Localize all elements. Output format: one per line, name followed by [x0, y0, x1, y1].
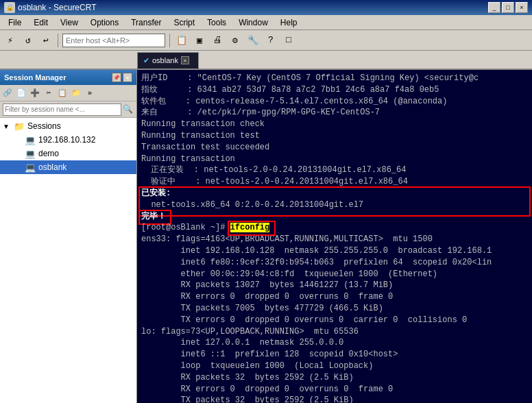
highlight-section-3: [root@osBlank ~]# ifconfig	[141, 222, 528, 234]
tab-close-button[interactable]: ×	[181, 56, 189, 64]
terminal-line-15: [root@osBlank ~]# ifconfig	[141, 222, 528, 234]
tree-label-sessions: Sessions	[27, 121, 61, 131]
expand-icon: ▼	[3, 123, 12, 130]
terminal-line-2: 软件包 : centos-release-7-5.14.el7.centos.x…	[141, 96, 528, 108]
menu-bar: File Edit View Options Transfer Script T…	[0, 15, 532, 30]
menu-window[interactable]: Window	[233, 16, 274, 29]
sm-cut-icon[interactable]: ✂	[43, 87, 55, 99]
filter-search-icon[interactable]: 🔍	[121, 103, 134, 116]
toolbar: ⚡ ↺ ↩ 📋 ▣ 🖨 ⚙ 🔧 ? □	[0, 30, 532, 51]
terminal-line-17: inet 192.168.10.128 netmask 255.255.255.…	[141, 245, 528, 257]
terminal-line-30: RX errors 0 dropped 0 overruns 0 frame 0	[141, 384, 528, 395]
terminal-line-6: Transaction test succeeded	[141, 142, 528, 154]
terminal-line-1: 指纹 : 6341 ab27 53d7 8a78 a7c2 7bb1 24c6 …	[141, 84, 528, 96]
tree-item-192[interactable]: 💻 192.168.10.132	[0, 133, 136, 147]
terminal-line-20: RX packets 13027 bytes 14461227 (13.7 Mi…	[141, 280, 528, 291]
sm-pin-button[interactable]: 📌	[112, 73, 121, 82]
folder-icon: 📁	[14, 121, 25, 132]
session-tree[interactable]: ▼ 📁 Sessions 💻 192.168.10.132 💻 demo 💻	[0, 118, 136, 403]
terminal-line-4: Running transaction check	[141, 119, 528, 130]
menu-file[interactable]: File	[3, 16, 27, 29]
sm-header-buttons: 📌 ×	[112, 73, 132, 82]
toolbar-mark[interactable]: ▣	[192, 33, 207, 48]
terminal-line-7: Running transaction	[141, 154, 528, 165]
sm-filter-bar: 🔍	[0, 101, 136, 118]
terminal-line-3: 来自 : /etc/pki/rpm-gpg/RPM-GPG-KEY-CentOS…	[141, 107, 528, 119]
terminal-line-23: TX errors 0 dropped 0 overruns 0 carrier…	[141, 315, 528, 326]
app-icon: 🔒	[4, 2, 15, 13]
tab-label: osblank	[152, 56, 178, 64]
tab-check-icon: ✔	[143, 56, 149, 65]
tree-item-osblank[interactable]: 💻 osblank	[0, 160, 136, 174]
maximize-button[interactable]: □	[502, 2, 514, 13]
highlight-section-2: 完毕！	[141, 211, 528, 223]
terminal-line-11: 已安装:	[141, 188, 528, 199]
terminal-line-28: loop txqueuelen 1000 (Local Loopback)	[141, 361, 528, 372]
minimize-button[interactable]: _	[488, 2, 500, 13]
menu-view[interactable]: View	[55, 16, 84, 29]
session-icon-1: 💻	[25, 135, 36, 145]
tree-item-sessions[interactable]: ▼ 📁 Sessions	[0, 119, 136, 133]
tab-osblank[interactable]: ✔ osblank ×	[137, 52, 199, 69]
terminal-line-12: net-tools.x86_64 0:2.0-0.24.20131004git.…	[141, 199, 528, 211]
toolbar-help[interactable]: ?	[263, 33, 278, 48]
tree-label-demo: demo	[38, 149, 59, 158]
terminal-line-14: 完毕！	[141, 211, 528, 223]
toolbar-back[interactable]: ↩	[38, 33, 53, 48]
terminal-line-9: 验证中 : net-tools-2.0-0.24.20131004git.el7…	[141, 176, 528, 188]
terminal-line-31: TX packets 32 bytes 2592 (2.5 KiB)	[141, 395, 528, 403]
toolbar-separator-1	[58, 34, 58, 47]
menu-options[interactable]: Options	[85, 16, 124, 29]
tree-label-192: 192.168.10.132	[38, 135, 95, 145]
sm-connect-icon[interactable]: 🔗	[1, 87, 14, 99]
terminal-line-22: TX packets 7005 bytes 477729 (466.5 KiB)	[141, 303, 528, 315]
terminal[interactable]: 用户ID : "CentOS-7 Key (CentOS 7 Official …	[137, 70, 532, 403]
menu-transfer[interactable]: Transfer	[125, 16, 167, 29]
menu-script[interactable]: Script	[168, 16, 200, 29]
main-area: Session Manager 📌 × 🔗 📄 ➕ ✂ 📋 📁 » 🔍 ▼	[0, 70, 532, 403]
title-bar: 🔒 osblank - SecureCRT _ □ ×	[0, 0, 532, 15]
terminal-line-21: RX errors 0 dropped 0 overruns 0 frame 0	[141, 291, 528, 303]
toolbar-lightning[interactable]: ⚡	[3, 33, 18, 48]
sm-add-icon[interactable]: ➕	[29, 87, 41, 99]
window-controls[interactable]: _ □ ×	[488, 2, 528, 13]
terminal-line-8: 正在安装 : net-tools-2.0-0.24.20131004git.el…	[141, 164, 528, 176]
session-icon-3: 💻	[25, 162, 36, 173]
tree-item-demo[interactable]: 💻 demo	[0, 147, 136, 160]
toolbar-separator-2	[169, 34, 170, 47]
sm-copy-icon[interactable]: 📋	[56, 87, 69, 99]
sm-close-button[interactable]: ×	[123, 73, 132, 82]
toolbar-print[interactable]: 🖨	[210, 33, 225, 48]
sm-paste-icon[interactable]: 📁	[70, 87, 82, 99]
sm-more-icon[interactable]: »	[84, 87, 96, 99]
address-input[interactable]	[62, 34, 165, 47]
terminal-line-5: Running transaction test	[141, 130, 528, 142]
menu-edit[interactable]: Edit	[28, 16, 53, 29]
session-icon-2: 💻	[25, 149, 36, 159]
toolbar-copy[interactable]: 📋	[174, 33, 189, 48]
terminal-line-25: lo: flags=73<UP,LOOPBACK,RUNNING> mtu 65…	[141, 326, 528, 338]
tree-label-osblank: osblank	[38, 162, 66, 172]
terminal-line-0: 用户ID : "CentOS-7 Key (CentOS 7 Official …	[141, 73, 528, 84]
window-title: osblank - SecureCRT	[18, 3, 488, 12]
terminal-line-26: inet 127.0.0.1 netmask 255.0.0.0	[141, 337, 528, 349]
session-filter-input[interactable]	[3, 103, 121, 116]
menu-help[interactable]: Help	[275, 16, 303, 29]
terminal-line-16: ens33: flags=4163<UP,BROADCAST,RUNNING,M…	[141, 234, 528, 245]
menu-tools[interactable]: Tools	[202, 16, 232, 29]
tab-bar: ✔ osblank ×	[0, 51, 532, 70]
session-manager-title: Session Manager	[4, 73, 66, 82]
session-manager: Session Manager 📌 × 🔗 📄 ➕ ✂ 📋 📁 » 🔍 ▼	[0, 70, 137, 403]
close-button[interactable]: ×	[516, 2, 528, 13]
highlight-section-1: 已安装: net-tools.x86_64 0:2.0-0.24.2013100…	[141, 188, 528, 211]
sm-toolbar: 🔗 📄 ➕ ✂ 📋 📁 »	[0, 85, 136, 101]
toolbar-config[interactable]: 🔧	[245, 33, 261, 48]
terminal-line-18: inet6 fe80::9cef:32f0:b954:b063 prefixle…	[141, 257, 528, 269]
session-manager-header: Session Manager 📌 ×	[0, 70, 136, 85]
sm-new-icon[interactable]: 📄	[15, 87, 27, 99]
terminal-line-27: inet6 ::1 prefixlen 128 scopeid 0x10<hos…	[141, 349, 528, 361]
toolbar-extra[interactable]: □	[281, 33, 296, 48]
toolbar-refresh[interactable]: ↺	[21, 33, 36, 48]
terminal-line-19: ether 00:0c:29:04:c8:fd txqueuelen 1000 …	[141, 269, 528, 280]
toolbar-settings[interactable]: ⚙	[228, 33, 243, 48]
